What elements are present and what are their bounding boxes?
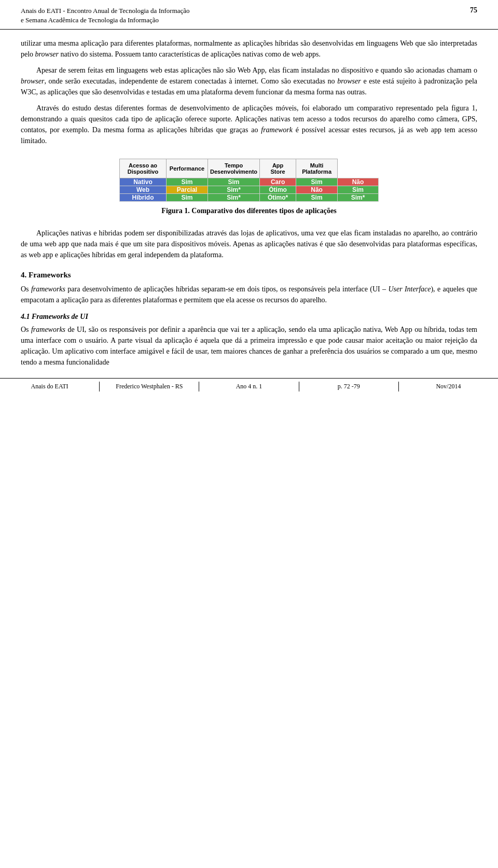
col-header-acesso: Acesso aoDispositivo <box>120 159 167 178</box>
paragraph-4: Aplicações nativas e hibridas podem ser … <box>21 228 477 260</box>
header-line1: Anais do EATI - Encontro Anual de Tecnol… <box>21 6 190 16</box>
figure-caption: Figura 1. Comparativo dos diferentes tip… <box>114 207 384 215</box>
nativo-performance: Sim <box>208 178 260 186</box>
table-row-web: Web Parcial Sim* Ótimo Não Sim <box>120 186 379 194</box>
comparison-table: Acesso aoDispositivo Performance TempoDe… <box>119 159 379 202</box>
row-label-nativo: Nativo <box>120 178 167 186</box>
nativo-tempo: Caro <box>260 178 296 186</box>
web-performance: Sim* <box>208 186 260 194</box>
paragraph-1: utilizar uma mesma aplicação para difere… <box>21 38 477 60</box>
section-4-heading: 4. Frameworks <box>21 271 477 279</box>
header-journal-info: Anais do EATI - Encontro Anual de Tecnol… <box>21 6 190 25</box>
footer-date: Nov/2014 <box>399 382 498 391</box>
footer-pages: p. 72 -79 <box>299 382 399 391</box>
paragraph-3: Através do estudo destas diferentes form… <box>21 103 477 146</box>
nativo-appstore: Sim <box>296 178 338 186</box>
web-tempo: Ótimo <box>260 186 296 194</box>
footer-location: Frederico Westphalen - RS <box>100 382 199 391</box>
web-appstore: Não <box>296 186 338 194</box>
table-row-hibrido: Híbrido Sim Sim* Ótimo* Sim Sim* <box>120 194 379 202</box>
table-row-nativo: Nativo Sim Sim Caro Sim Não <box>120 178 379 186</box>
header-page-number: 75 <box>470 6 477 15</box>
figure-1: Acesso aoDispositivo Performance TempoDe… <box>114 159 384 215</box>
header-line2: e Semana Acadêmica de Tecnologia da Info… <box>21 16 190 25</box>
section-41-heading: 4.1 Frameworks de UI <box>21 313 477 321</box>
nativo-acesso: Sim <box>167 178 208 186</box>
web-multi: Sim <box>338 186 379 194</box>
main-content: utilizar uma mesma aplicação para difere… <box>0 38 498 368</box>
hibrido-appstore: Sim <box>296 194 338 202</box>
paragraph-5: Os frameworks para desenvolvimento de ap… <box>21 284 477 305</box>
row-label-hibrido: Híbrido <box>120 194 167 202</box>
page-header: Anais do EATI - Encontro Anual de Tecnol… <box>0 0 498 30</box>
hibrido-tempo: Ótimo* <box>260 194 296 202</box>
page-footer: Anais do EATI Frederico Westphalen - RS … <box>0 378 498 394</box>
nativo-multi: Não <box>338 178 379 186</box>
paragraph-2: Apesar de serem feitas em linguagens web… <box>21 65 477 97</box>
hibrido-acesso: Sim <box>167 194 208 202</box>
row-label-web: Web <box>120 186 167 194</box>
col-header-appstore: AppStore <box>260 159 296 178</box>
table-header-row: Acesso aoDispositivo Performance TempoDe… <box>120 159 379 178</box>
footer-journal: Anais do EATI <box>0 382 100 391</box>
col-header-tempo: TempoDesenvolvimento <box>208 159 260 178</box>
paragraph-6: Os frameworks de UI, são os responsáveis… <box>21 324 477 368</box>
web-acesso: Parcial <box>167 186 208 194</box>
footer-volume: Ano 4 n. 1 <box>199 382 299 391</box>
hibrido-multi: Sim* <box>338 194 379 202</box>
hibrido-performance: Sim* <box>208 194 260 202</box>
col-header-multi: MultiPlataforma <box>296 159 338 178</box>
col-header-performance: Performance <box>167 159 208 178</box>
